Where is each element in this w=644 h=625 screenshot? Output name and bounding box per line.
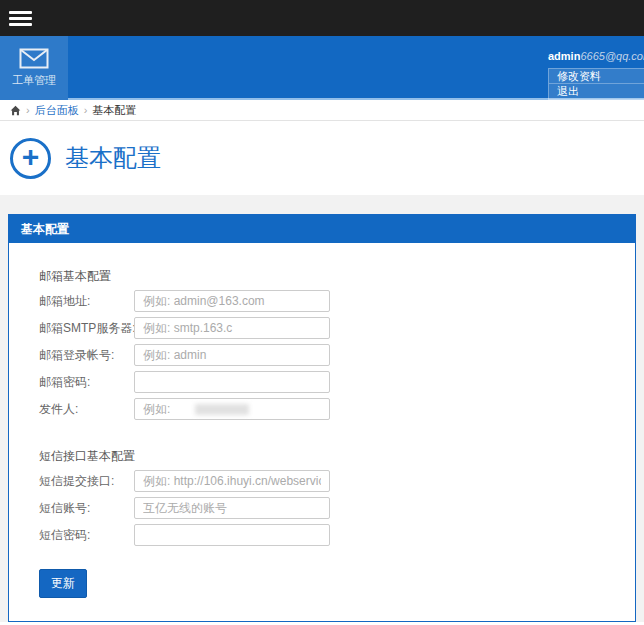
panel-body: 邮箱基本配置 邮箱地址: 邮箱SMTP服务器: 邮箱登录帐号: 邮箱密码: 发件… — [9, 243, 635, 621]
user-name: admin — [548, 50, 580, 62]
breadcrumb-link-dashboard[interactable]: 后台面板 — [35, 103, 79, 118]
breadcrumb: › 后台面板 › 基本配置 — [0, 100, 644, 121]
panel-heading: 基本配置 — [9, 215, 635, 243]
brand-label: 工单管理 — [12, 73, 56, 88]
content-area: 基本配置 邮箱基本配置 邮箱地址: 邮箱SMTP服务器: 邮箱登录帐号: 邮箱密… — [0, 195, 644, 622]
smtp-server-input[interactable] — [134, 317, 330, 339]
form-row-email-password: 邮箱密码: — [39, 371, 615, 393]
page-title: 基本配置 — [65, 142, 161, 174]
topbar — [0, 0, 644, 36]
form-row-sms-account: 短信账号: — [39, 497, 615, 519]
field-label: 短信账号: — [39, 500, 134, 517]
envelope-icon — [19, 48, 49, 69]
field-label: 发件人: — [39, 401, 134, 418]
field-label: 短信提交接口: — [39, 473, 134, 490]
brand-tile[interactable]: 工单管理 — [0, 36, 68, 100]
form-row-email-address: 邮箱地址: — [39, 290, 615, 312]
breadcrumb-current: 基本配置 — [92, 103, 136, 118]
field-label: 邮箱登录帐号: — [39, 347, 134, 364]
field-label: 邮箱SMTP服务器: — [39, 320, 134, 337]
sms-password-input[interactable] — [134, 524, 330, 546]
email-password-input[interactable] — [134, 371, 330, 393]
breadcrumb-separator: › — [84, 104, 88, 116]
navbar: 工单管理 admin6665@qq.com 修改资料 退出 — [0, 36, 644, 100]
hamburger-menu-icon[interactable] — [9, 8, 32, 29]
sms-account-input[interactable] — [134, 497, 330, 519]
field-label: 邮箱密码: — [39, 374, 134, 391]
email-address-input[interactable] — [134, 290, 330, 312]
update-button[interactable]: 更新 — [39, 569, 87, 598]
breadcrumb-separator: › — [26, 104, 30, 116]
user-email-suffix: 6665@qq.com — [580, 50, 644, 62]
page-header: + 基本配置 — [0, 121, 644, 195]
plus-circle-icon: + — [10, 138, 51, 179]
config-panel: 基本配置 邮箱基本配置 邮箱地址: 邮箱SMTP服务器: 邮箱登录帐号: 邮箱密… — [8, 214, 636, 622]
form-row-smtp-server: 邮箱SMTP服务器: — [39, 317, 615, 339]
field-label: 邮箱地址: — [39, 293, 134, 310]
user-area: admin6665@qq.com 修改资料 退出 — [548, 36, 644, 98]
user-email: admin6665@qq.com — [548, 48, 644, 64]
sender-input[interactable] — [134, 398, 330, 420]
form-row-sms-gateway: 短信提交接口: — [39, 470, 615, 492]
menu-item-edit-profile[interactable]: 修改资料 — [548, 68, 644, 84]
section-title-email: 邮箱基本配置 — [39, 268, 615, 282]
home-icon[interactable] — [10, 105, 21, 116]
user-menu: 修改资料 退出 — [548, 68, 644, 100]
form-row-email-account: 邮箱登录帐号: — [39, 344, 615, 366]
form-row-sender: 发件人: — [39, 398, 615, 420]
email-account-input[interactable] — [134, 344, 330, 366]
form-row-sms-password: 短信密码: — [39, 524, 615, 546]
menu-item-logout[interactable]: 退出 — [548, 84, 644, 100]
field-label: 短信密码: — [39, 527, 134, 544]
section-title-sms: 短信接口基本配置 — [39, 448, 615, 462]
sms-gateway-input[interactable] — [134, 470, 330, 492]
